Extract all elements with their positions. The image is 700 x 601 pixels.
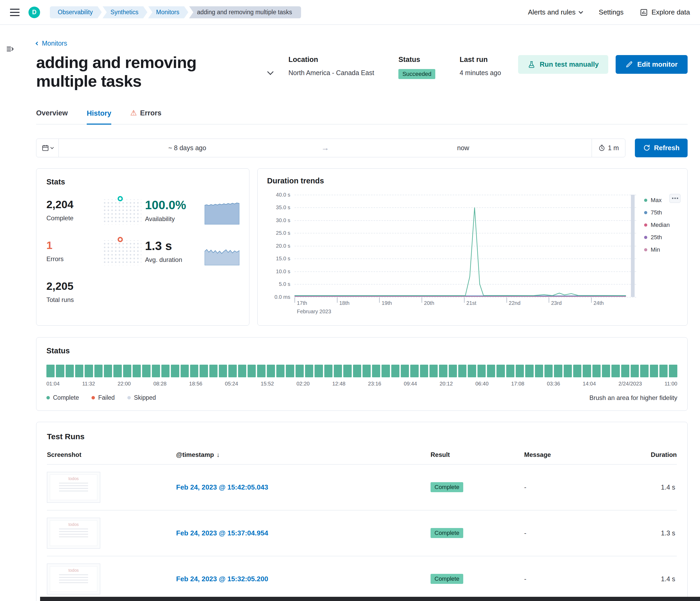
screenshot-thumbnail[interactable]: todos bbox=[47, 472, 100, 503]
status-bar bbox=[477, 365, 486, 377]
status-bar bbox=[152, 365, 160, 377]
screenshot-cell: todos bbox=[47, 564, 176, 594]
status-title: Status bbox=[46, 346, 677, 355]
thumbnail-line bbox=[59, 582, 88, 583]
breadcrumb-observability[interactable]: Observability bbox=[50, 6, 102, 19]
status-badge: Succeeded bbox=[398, 69, 435, 79]
x-axis-month-label: February 2023 bbox=[297, 309, 331, 315]
calendar-icon bbox=[42, 144, 49, 152]
status-bar bbox=[525, 365, 533, 377]
status-panel: Status 01:0411:3222:0008:2818:5605:2415:… bbox=[36, 337, 688, 411]
trends-plot[interactable] bbox=[295, 195, 636, 297]
x-tick-label: 23rd bbox=[549, 300, 561, 306]
status-legend-complete: Complete bbox=[46, 394, 79, 401]
status-bar bbox=[372, 365, 380, 377]
avatar[interactable]: D bbox=[28, 7, 40, 18]
refresh-button[interactable]: Refresh bbox=[635, 138, 688, 157]
trends-legend: Max75thMedian25thMin bbox=[636, 195, 678, 317]
legend-item-median[interactable]: Median bbox=[644, 221, 678, 229]
back-to-monitors-link[interactable]: Monitors bbox=[36, 40, 67, 47]
alerts-and-rules-menu[interactable]: Alerts and rules bbox=[528, 8, 582, 16]
quick-select-button[interactable] bbox=[36, 138, 59, 157]
duration-trends-panel: Duration trends 40.0 s35.0 s30.0 s25.0 s… bbox=[257, 168, 688, 326]
thumbnail-line bbox=[59, 483, 88, 484]
legend-item-min[interactable]: Min bbox=[644, 246, 678, 253]
status-bar bbox=[429, 365, 438, 377]
end-date-field[interactable]: now bbox=[335, 138, 592, 157]
timestamp-link[interactable]: Feb 24, 2023 @ 15:32:05.200 bbox=[176, 575, 430, 583]
expand-nav-icon[interactable] bbox=[5, 44, 15, 54]
message-value: - bbox=[524, 575, 603, 583]
screenshot-cell: todos bbox=[47, 472, 176, 503]
menu-icon[interactable] bbox=[10, 9, 20, 16]
breadcrumb-monitors[interactable]: Monitors bbox=[148, 6, 188, 19]
flask-icon bbox=[528, 60, 535, 69]
stat-total-runs: 2,205 Total runs bbox=[46, 281, 102, 304]
column-result: Result bbox=[430, 451, 524, 459]
result-cell: Complete bbox=[430, 482, 524, 492]
explore-data-link[interactable]: Explore data bbox=[640, 8, 690, 16]
status-legend-label: Failed bbox=[98, 394, 115, 401]
screenshot-preview: todos bbox=[50, 474, 97, 500]
status-bar bbox=[611, 365, 620, 377]
status-bar-labels: 01:0411:3222:0008:2818:5605:2415:5202:20… bbox=[46, 381, 677, 387]
legend-label: 25th bbox=[651, 234, 662, 241]
start-date-field[interactable]: ~ 8 days ago bbox=[59, 138, 316, 157]
duration-value: 1.3 s bbox=[603, 529, 677, 537]
breadcrumb-synthetics[interactable]: Synthetics bbox=[103, 6, 147, 19]
status-bars[interactable] bbox=[46, 365, 677, 377]
duration-trends-chart: 40.0 s35.0 s30.0 s25.0 s20.0 s15.0 s10.0… bbox=[267, 195, 678, 317]
settings-link[interactable]: Settings bbox=[599, 8, 624, 16]
chevron-down-icon bbox=[579, 9, 583, 14]
test-runs-body: todosFeb 24, 2023 @ 15:42:05.043Complete… bbox=[47, 465, 677, 601]
status-bar bbox=[200, 365, 208, 377]
tab-overview[interactable]: Overview bbox=[36, 109, 68, 124]
timer-icon bbox=[598, 145, 605, 152]
status-bar bbox=[142, 365, 150, 377]
timestamp-link[interactable]: Feb 24, 2023 @ 15:37:04.954 bbox=[176, 529, 430, 537]
status-bar bbox=[410, 365, 419, 377]
status-bar bbox=[75, 365, 83, 377]
availability-sparkline bbox=[102, 200, 141, 225]
status-bar bbox=[286, 365, 294, 377]
legend-item-75th[interactable]: 75th bbox=[644, 209, 678, 216]
refresh-label: Refresh bbox=[654, 144, 680, 152]
collapsed-sidebar bbox=[0, 25, 21, 601]
status-footer: CompleteFailedSkipped Brush an area for … bbox=[46, 394, 677, 401]
result-badge: Complete bbox=[430, 574, 463, 584]
tab-errors[interactable]: ⚠Errors bbox=[130, 109, 161, 124]
column-timestamp[interactable]: @timestamp↓ bbox=[176, 451, 430, 459]
duration-trends-title: Duration trends bbox=[267, 177, 678, 185]
timestamp-link[interactable]: Feb 24, 2023 @ 15:42:05.043 bbox=[176, 483, 430, 491]
legend-item-25th[interactable]: 25th bbox=[644, 234, 678, 241]
status-bar bbox=[535, 365, 543, 377]
thumbnail-app-title: todos bbox=[68, 522, 79, 527]
status-time-label: 14:04 bbox=[583, 381, 596, 387]
chart-icon bbox=[640, 8, 648, 16]
screenshot-thumbnail[interactable]: todos bbox=[47, 564, 100, 594]
monitor-select-chevron-icon[interactable] bbox=[267, 69, 273, 75]
edit-monitor-button[interactable]: Edit monitor bbox=[616, 55, 688, 74]
status-time-label: 17:08 bbox=[511, 381, 524, 387]
status-bar bbox=[381, 365, 390, 377]
refresh-interval-button[interactable]: 1 m bbox=[592, 138, 625, 157]
tab-history[interactable]: History bbox=[87, 109, 111, 125]
thumbnail-line bbox=[59, 574, 88, 575]
screenshot-thumbnail[interactable]: todos bbox=[47, 518, 100, 549]
title-row: adding and removing multiple tasks Locat… bbox=[36, 53, 688, 90]
status-bar bbox=[573, 365, 581, 377]
y-tick-label: 15.0 s bbox=[276, 256, 290, 262]
stats-title: Stats bbox=[46, 178, 239, 186]
chart-options-icon[interactable] bbox=[669, 194, 680, 203]
status-time-label: 23:16 bbox=[368, 381, 381, 387]
status-time-label: 08:28 bbox=[153, 381, 167, 387]
status-bar bbox=[181, 365, 189, 377]
meta-status: Status Succeeded bbox=[398, 56, 435, 79]
x-tick-label: 19th bbox=[379, 300, 392, 306]
result-badge: Complete bbox=[430, 528, 463, 538]
status-bar bbox=[219, 365, 227, 377]
run-test-manually-button[interactable]: Run test manually bbox=[518, 55, 608, 74]
thumbnail-line bbox=[59, 485, 88, 486]
overview-panels: Stats 2,204 Complete 100.0% Availability… bbox=[36, 168, 688, 326]
message-value: - bbox=[524, 529, 603, 537]
